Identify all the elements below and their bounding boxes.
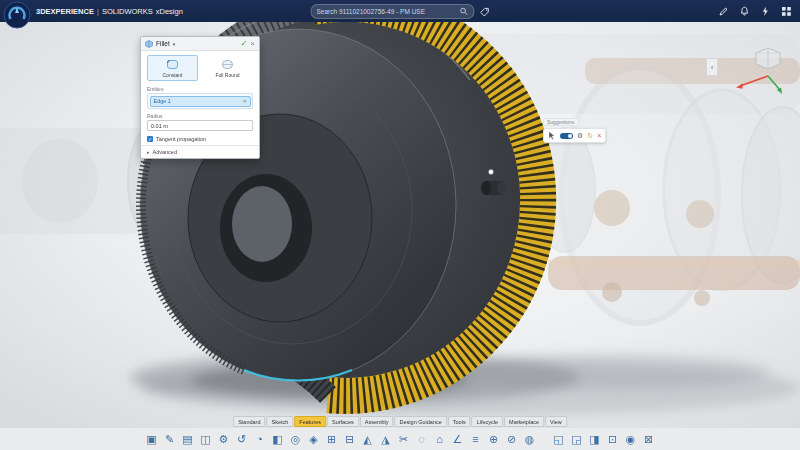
confirm-button[interactable]: ✓ — [241, 40, 248, 48]
bell-icon[interactable] — [739, 6, 750, 17]
entities-field[interactable]: Edge 1 × — [147, 93, 253, 109]
full-round-fillet-icon — [221, 59, 234, 70]
full-round-fillet-button[interactable]: Full Round — [202, 55, 253, 81]
draft-icon[interactable]: ◭ — [360, 431, 375, 448]
3ds-compass-logo[interactable] — [3, 1, 31, 29]
select-icon[interactable]: ▣ — [144, 431, 159, 448]
combine-icon[interactable]: ⊞ — [324, 431, 339, 448]
bottom-tabs: StandardSketchFeaturesSurfacesAssemblyDe… — [233, 416, 567, 427]
tab-marketplace[interactable]: Marketplace — [504, 416, 544, 427]
radius-label: Radius — [147, 113, 253, 119]
properties-icon[interactable]: ≡ — [468, 431, 483, 448]
view-orientation-triad[interactable] — [728, 42, 792, 98]
constant-fillet-button[interactable]: Constant — [147, 55, 198, 81]
trim-icon[interactable]: ✂ — [396, 431, 411, 448]
brand-solidworks: SOLIDWORKS — [102, 7, 153, 16]
suggestions-toolbar: ⚙ ↻ × — [543, 128, 606, 143]
constant-label: Constant — [162, 72, 182, 78]
tangent-propagation-label: Tangent propagation — [156, 136, 206, 142]
cancel-button[interactable]: × — [250, 40, 255, 48]
suggestions-label: Suggestions — [543, 118, 579, 126]
shell-icon[interactable]: ⌂ — [432, 431, 447, 448]
compose-icon[interactable] — [718, 6, 729, 17]
display-style-icon[interactable]: ⊠ — [641, 431, 656, 448]
selection-point-marker — [489, 170, 494, 175]
topbar-icons — [718, 0, 792, 22]
extrude-icon[interactable]: ▤ — [180, 431, 195, 448]
brand-3dexperience: 3DEXPERIENCE — [36, 7, 94, 16]
refresh-icon[interactable]: ↻ — [587, 132, 593, 140]
sketch-icon[interactable]: ✎ — [162, 431, 177, 448]
hub-pin — [481, 181, 507, 195]
material-icon[interactable]: ◍ — [522, 431, 537, 448]
pattern-icon[interactable]: ◈ — [306, 431, 321, 448]
render-icon[interactable]: ◉ — [623, 431, 638, 448]
tangent-propagation-row[interactable]: ✓ Tangent propagation — [141, 132, 259, 145]
view-right-icon[interactable]: ◨ — [587, 431, 602, 448]
boolean-remove-icon[interactable]: ⊘ — [504, 431, 519, 448]
x-axis-arrow — [736, 76, 768, 89]
panel-collapse-button[interactable]: ‹ — [706, 58, 718, 76]
sweep-icon[interactable]: ◌ — [414, 431, 429, 448]
tab-design-guidance[interactable]: Design Guidance — [395, 416, 447, 427]
edge-selection-chip[interactable]: Edge 1 × — [150, 96, 251, 107]
tab-standard[interactable]: Standard — [233, 416, 265, 427]
bottom-toolbar: ▣✎▤◫⚙↺◔◧◎◈⊞⊟◭◮✂◌⌂∠≡⊕⊘◍ ◱◲◨⊡◉⊠ — [144, 431, 656, 448]
tangent-propagation-checkbox[interactable]: ✓ — [147, 136, 153, 142]
view-front-icon[interactable]: ◱ — [551, 431, 566, 448]
3d-viewport[interactable] — [0, 0, 800, 450]
tag-icon[interactable] — [480, 7, 490, 17]
full-round-label: Full Round — [215, 72, 239, 78]
fillet-feature-icon — [145, 40, 153, 48]
chip-remove-icon[interactable]: × — [243, 98, 247, 104]
lightning-icon[interactable] — [760, 6, 771, 17]
chevron-left-icon: ‹ — [711, 63, 714, 72]
gear-icon[interactable]: ⚙ — [577, 132, 583, 140]
brand: 3DEXPERIENCE | SOLIDWORKS xDesign — [36, 7, 183, 16]
suggestions-toggle[interactable] — [560, 133, 573, 139]
suggestions-panel: Suggestions ⚙ ↻ × — [543, 110, 606, 143]
tab-view[interactable]: View — [545, 416, 567, 427]
advanced-label: Advanced — [153, 149, 177, 155]
settings-icon[interactable]: ⚙ — [216, 431, 231, 448]
view-top-icon[interactable]: ◲ — [569, 431, 584, 448]
fillet-type-row: Constant Full Round — [141, 51, 259, 83]
fillet-dialog-header[interactable]: Fillet ▾ ✓ × — [141, 37, 259, 51]
view-iso-icon[interactable]: ⊡ — [605, 431, 620, 448]
tab-lifecycle[interactable]: Lifecycle — [472, 416, 503, 427]
undo-icon[interactable]: ↺ — [234, 431, 249, 448]
rib-icon[interactable]: ◮ — [378, 431, 393, 448]
advanced-expander[interactable]: ▸ Advanced — [141, 145, 259, 158]
revolve-icon[interactable]: ◫ — [198, 431, 213, 448]
bottom-toolbar-main: ▣✎▤◫⚙↺◔◧◎◈⊞⊟◭◮✂◌⌂∠≡⊕⊘◍ — [144, 431, 537, 448]
tab-features[interactable]: Features — [294, 416, 326, 427]
chamfer-icon[interactable]: ◧ — [270, 431, 285, 448]
tab-sketch[interactable]: Sketch — [266, 416, 293, 427]
hole-icon[interactable]: ◎ — [288, 431, 303, 448]
cursor-icon[interactable] — [548, 131, 556, 140]
fillet-dialog: Fillet ▾ ✓ × Constant Full Round Entitie… — [140, 36, 260, 159]
radius-value: 0.01 m — [151, 123, 168, 129]
measure-icon[interactable]: ∠ — [450, 431, 465, 448]
boolean-add-icon[interactable]: ⊕ — [486, 431, 501, 448]
subtract-icon[interactable]: ⊟ — [342, 431, 357, 448]
top-bar: 3DEXPERIENCE | SOLIDWORKS xDesign Search… — [0, 0, 800, 22]
global-search-input[interactable]: Search 9111021002756-49 - PM USE — [311, 4, 475, 19]
close-icon[interactable]: × — [597, 132, 601, 140]
tab-surfaces[interactable]: Surfaces — [327, 416, 359, 427]
brand-xdesign: xDesign — [156, 7, 183, 16]
y-axis-arrow — [768, 76, 782, 94]
edge-chip-label: Edge 1 — [154, 98, 171, 104]
entities-label: Entities — [147, 86, 253, 92]
viewport-scene — [0, 0, 800, 450]
tab-assembly[interactable]: Assembly — [360, 416, 394, 427]
chevron-down-icon[interactable]: ▾ — [173, 41, 176, 47]
radius-input[interactable]: 0.01 m — [147, 120, 253, 131]
bottom-toolbar-views: ◱◲◨⊡◉⊠ — [551, 431, 656, 448]
chevron-right-icon: ▸ — [147, 149, 150, 155]
search-icon[interactable] — [460, 7, 469, 16]
apps-grid-icon[interactable] — [781, 6, 792, 17]
brand-separator: | — [97, 7, 99, 16]
fillet-icon[interactable]: ◔ — [252, 431, 267, 448]
tab-tools[interactable]: Tools — [448, 416, 471, 427]
